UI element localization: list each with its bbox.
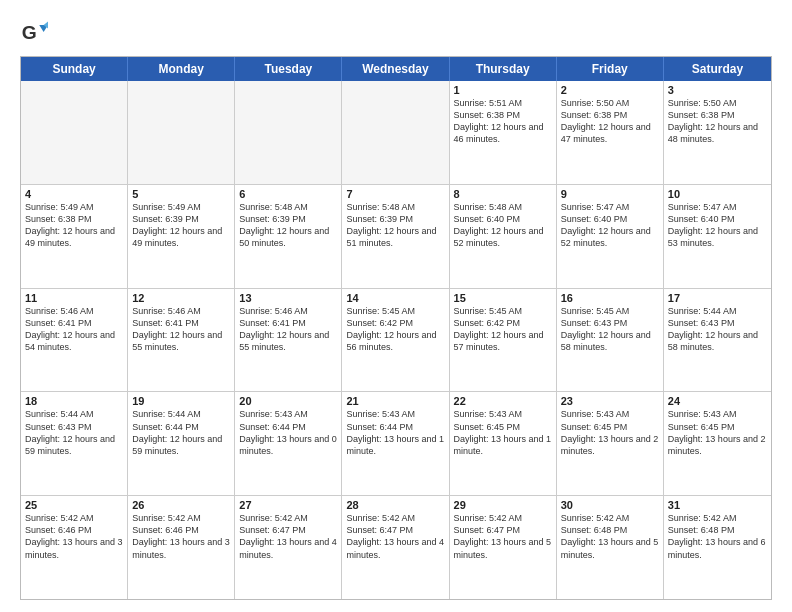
day-number: 3: [668, 84, 767, 96]
day-number: 23: [561, 395, 659, 407]
cal-cell-day-13: 13Sunrise: 5:46 AM Sunset: 6:41 PM Dayli…: [235, 289, 342, 392]
day-number: 30: [561, 499, 659, 511]
calendar: SundayMondayTuesdayWednesdayThursdayFrid…: [20, 56, 772, 600]
cell-info: Sunrise: 5:43 AM Sunset: 6:45 PM Dayligh…: [668, 408, 767, 457]
cal-cell-day-24: 24Sunrise: 5:43 AM Sunset: 6:45 PM Dayli…: [664, 392, 771, 495]
day-number: 13: [239, 292, 337, 304]
cal-cell-empty: [21, 81, 128, 184]
calendar-row-1: 1Sunrise: 5:51 AM Sunset: 6:38 PM Daylig…: [21, 81, 771, 185]
day-number: 11: [25, 292, 123, 304]
day-number: 27: [239, 499, 337, 511]
cell-info: Sunrise: 5:47 AM Sunset: 6:40 PM Dayligh…: [668, 201, 767, 250]
cal-cell-day-7: 7Sunrise: 5:48 AM Sunset: 6:39 PM Daylig…: [342, 185, 449, 288]
weekday-header-thursday: Thursday: [450, 57, 557, 81]
cal-cell-day-31: 31Sunrise: 5:42 AM Sunset: 6:48 PM Dayli…: [664, 496, 771, 599]
cell-info: Sunrise: 5:45 AM Sunset: 6:42 PM Dayligh…: [346, 305, 444, 354]
day-number: 20: [239, 395, 337, 407]
cal-cell-day-14: 14Sunrise: 5:45 AM Sunset: 6:42 PM Dayli…: [342, 289, 449, 392]
cal-cell-day-9: 9Sunrise: 5:47 AM Sunset: 6:40 PM Daylig…: [557, 185, 664, 288]
day-number: 12: [132, 292, 230, 304]
cell-info: Sunrise: 5:43 AM Sunset: 6:44 PM Dayligh…: [239, 408, 337, 457]
day-number: 19: [132, 395, 230, 407]
cell-info: Sunrise: 5:42 AM Sunset: 6:48 PM Dayligh…: [668, 512, 767, 561]
day-number: 21: [346, 395, 444, 407]
day-number: 22: [454, 395, 552, 407]
cal-cell-day-8: 8Sunrise: 5:48 AM Sunset: 6:40 PM Daylig…: [450, 185, 557, 288]
cell-info: Sunrise: 5:42 AM Sunset: 6:47 PM Dayligh…: [454, 512, 552, 561]
cal-cell-day-2: 2Sunrise: 5:50 AM Sunset: 6:38 PM Daylig…: [557, 81, 664, 184]
cal-cell-empty: [128, 81, 235, 184]
cell-info: Sunrise: 5:48 AM Sunset: 6:40 PM Dayligh…: [454, 201, 552, 250]
cal-cell-day-11: 11Sunrise: 5:46 AM Sunset: 6:41 PM Dayli…: [21, 289, 128, 392]
calendar-row-5: 25Sunrise: 5:42 AM Sunset: 6:46 PM Dayli…: [21, 496, 771, 599]
cell-info: Sunrise: 5:45 AM Sunset: 6:42 PM Dayligh…: [454, 305, 552, 354]
calendar-row-4: 18Sunrise: 5:44 AM Sunset: 6:43 PM Dayli…: [21, 392, 771, 496]
cal-cell-day-6: 6Sunrise: 5:48 AM Sunset: 6:39 PM Daylig…: [235, 185, 342, 288]
weekday-header-tuesday: Tuesday: [235, 57, 342, 81]
cal-cell-day-15: 15Sunrise: 5:45 AM Sunset: 6:42 PM Dayli…: [450, 289, 557, 392]
cell-info: Sunrise: 5:49 AM Sunset: 6:38 PM Dayligh…: [25, 201, 123, 250]
cal-cell-day-5: 5Sunrise: 5:49 AM Sunset: 6:39 PM Daylig…: [128, 185, 235, 288]
day-number: 14: [346, 292, 444, 304]
cal-cell-day-17: 17Sunrise: 5:44 AM Sunset: 6:43 PM Dayli…: [664, 289, 771, 392]
logo: G: [20, 18, 52, 46]
day-number: 2: [561, 84, 659, 96]
day-number: 10: [668, 188, 767, 200]
weekday-header-wednesday: Wednesday: [342, 57, 449, 81]
day-number: 24: [668, 395, 767, 407]
cal-cell-day-21: 21Sunrise: 5:43 AM Sunset: 6:44 PM Dayli…: [342, 392, 449, 495]
day-number: 4: [25, 188, 123, 200]
cell-info: Sunrise: 5:44 AM Sunset: 6:43 PM Dayligh…: [668, 305, 767, 354]
cal-cell-day-18: 18Sunrise: 5:44 AM Sunset: 6:43 PM Dayli…: [21, 392, 128, 495]
cal-cell-day-1: 1Sunrise: 5:51 AM Sunset: 6:38 PM Daylig…: [450, 81, 557, 184]
cell-info: Sunrise: 5:42 AM Sunset: 6:46 PM Dayligh…: [132, 512, 230, 561]
cal-cell-day-20: 20Sunrise: 5:43 AM Sunset: 6:44 PM Dayli…: [235, 392, 342, 495]
day-number: 7: [346, 188, 444, 200]
cal-cell-day-23: 23Sunrise: 5:43 AM Sunset: 6:45 PM Dayli…: [557, 392, 664, 495]
cal-cell-day-29: 29Sunrise: 5:42 AM Sunset: 6:47 PM Dayli…: [450, 496, 557, 599]
cal-cell-day-3: 3Sunrise: 5:50 AM Sunset: 6:38 PM Daylig…: [664, 81, 771, 184]
cal-cell-day-12: 12Sunrise: 5:46 AM Sunset: 6:41 PM Dayli…: [128, 289, 235, 392]
cell-info: Sunrise: 5:48 AM Sunset: 6:39 PM Dayligh…: [239, 201, 337, 250]
cal-cell-empty: [342, 81, 449, 184]
page: G SundayMondayTuesdayWednesdayThursdayFr…: [0, 0, 792, 612]
calendar-row-2: 4Sunrise: 5:49 AM Sunset: 6:38 PM Daylig…: [21, 185, 771, 289]
cell-info: Sunrise: 5:48 AM Sunset: 6:39 PM Dayligh…: [346, 201, 444, 250]
cell-info: Sunrise: 5:42 AM Sunset: 6:48 PM Dayligh…: [561, 512, 659, 561]
cell-info: Sunrise: 5:51 AM Sunset: 6:38 PM Dayligh…: [454, 97, 552, 146]
cal-cell-day-4: 4Sunrise: 5:49 AM Sunset: 6:38 PM Daylig…: [21, 185, 128, 288]
cell-info: Sunrise: 5:49 AM Sunset: 6:39 PM Dayligh…: [132, 201, 230, 250]
svg-text:G: G: [22, 22, 37, 43]
cal-cell-empty: [235, 81, 342, 184]
calendar-row-3: 11Sunrise: 5:46 AM Sunset: 6:41 PM Dayli…: [21, 289, 771, 393]
cell-info: Sunrise: 5:46 AM Sunset: 6:41 PM Dayligh…: [25, 305, 123, 354]
day-number: 31: [668, 499, 767, 511]
day-number: 16: [561, 292, 659, 304]
day-number: 28: [346, 499, 444, 511]
day-number: 1: [454, 84, 552, 96]
calendar-header-row: SundayMondayTuesdayWednesdayThursdayFrid…: [21, 57, 771, 81]
cell-info: Sunrise: 5:47 AM Sunset: 6:40 PM Dayligh…: [561, 201, 659, 250]
weekday-header-saturday: Saturday: [664, 57, 771, 81]
cell-info: Sunrise: 5:42 AM Sunset: 6:47 PM Dayligh…: [239, 512, 337, 561]
cal-cell-day-19: 19Sunrise: 5:44 AM Sunset: 6:44 PM Dayli…: [128, 392, 235, 495]
cell-info: Sunrise: 5:50 AM Sunset: 6:38 PM Dayligh…: [668, 97, 767, 146]
day-number: 9: [561, 188, 659, 200]
day-number: 8: [454, 188, 552, 200]
cell-info: Sunrise: 5:42 AM Sunset: 6:47 PM Dayligh…: [346, 512, 444, 561]
logo-icon: G: [20, 18, 48, 46]
cell-info: Sunrise: 5:42 AM Sunset: 6:46 PM Dayligh…: [25, 512, 123, 561]
cal-cell-day-10: 10Sunrise: 5:47 AM Sunset: 6:40 PM Dayli…: [664, 185, 771, 288]
header: G: [20, 18, 772, 46]
day-number: 18: [25, 395, 123, 407]
cell-info: Sunrise: 5:43 AM Sunset: 6:44 PM Dayligh…: [346, 408, 444, 457]
cal-cell-day-27: 27Sunrise: 5:42 AM Sunset: 6:47 PM Dayli…: [235, 496, 342, 599]
cell-info: Sunrise: 5:43 AM Sunset: 6:45 PM Dayligh…: [454, 408, 552, 457]
cal-cell-day-30: 30Sunrise: 5:42 AM Sunset: 6:48 PM Dayli…: [557, 496, 664, 599]
cal-cell-day-25: 25Sunrise: 5:42 AM Sunset: 6:46 PM Dayli…: [21, 496, 128, 599]
day-number: 26: [132, 499, 230, 511]
cell-info: Sunrise: 5:46 AM Sunset: 6:41 PM Dayligh…: [132, 305, 230, 354]
day-number: 17: [668, 292, 767, 304]
cal-cell-day-26: 26Sunrise: 5:42 AM Sunset: 6:46 PM Dayli…: [128, 496, 235, 599]
day-number: 5: [132, 188, 230, 200]
